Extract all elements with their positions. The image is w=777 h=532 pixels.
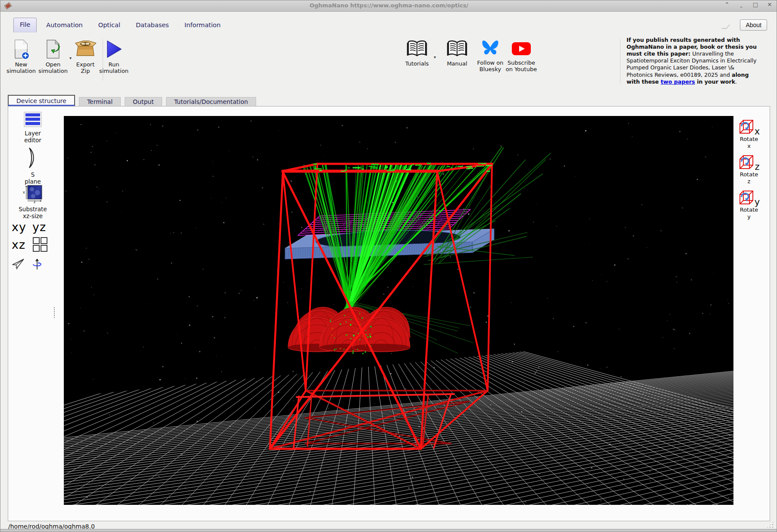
window-bottom-edge: [0, 529, 777, 532]
new-simulation-icon: [11, 39, 31, 60]
close-window-icon[interactable]: ✕: [766, 1, 773, 8]
rotate-y-cube-icon: [738, 189, 755, 206]
ray-trace-plane-icon[interactable]: [12, 258, 25, 269]
rotate-x-button[interactable]: x Rotatex: [736, 119, 762, 150]
view-axis-row-1: xy yz: [12, 220, 55, 234]
rotate-z-button[interactable]: z Rotatez: [736, 154, 762, 185]
maximize-window-icon[interactable]: □: [752, 1, 759, 8]
tutorials-button[interactable]: Tutorials: [400, 39, 434, 67]
view-tool-row: [12, 257, 59, 270]
shade-window-icon[interactable]: ⌃: [724, 1, 730, 8]
view-xz-button[interactable]: xz: [12, 238, 25, 251]
layer-editor-icon: [23, 112, 43, 127]
tab-device-structure[interactable]: Device structure: [8, 95, 75, 106]
open-simulation-icon: [43, 39, 63, 60]
layer-editor-button[interactable]: Layereditor: [16, 112, 49, 144]
substrate-xz-size-button[interactable]: x z Substratexz-size: [16, 184, 49, 219]
citation-papers-link[interactable]: two papers: [661, 78, 695, 85]
view-xy-button[interactable]: xy: [12, 220, 26, 234]
run-simulation-button[interactable]: Runsimulation: [97, 39, 131, 75]
rotate-z-cube-icon: [738, 154, 755, 170]
manual-icon: [446, 39, 468, 59]
3d-scene: [64, 116, 733, 505]
tab-terminal[interactable]: Terminal: [79, 97, 121, 106]
s-plane-button[interactable]: Splane: [16, 147, 49, 185]
window-title: OghmaNano https://www.oghma-nano.com/opt…: [0, 2, 777, 9]
menu-tab-databases[interactable]: Databases: [130, 19, 175, 32]
view-tab-bar: Device structure Terminal Output Tutoria…: [8, 95, 256, 106]
substrate-xz-size-icon: x z: [22, 184, 43, 203]
open-simulation-button[interactable]: Opensimulation: [36, 39, 70, 75]
s-plane-icon: [25, 147, 40, 169]
export-zip-icon: [75, 39, 96, 60]
tutorials-icon: [406, 39, 428, 59]
menu-tab-automation[interactable]: Automation: [40, 19, 88, 32]
title-bar[interactable]: OghmaNano https://www.oghma-nano.com/opt…: [0, 0, 777, 12]
svg-text:x: x: [23, 191, 25, 194]
four-pane-view-icon[interactable]: [32, 237, 48, 252]
tutorials-dropdown-icon[interactable]: ▾: [434, 55, 436, 59]
tab-output[interactable]: Output: [125, 97, 162, 106]
bluesky-icon: [480, 39, 501, 58]
view-yz-button[interactable]: yz: [32, 220, 46, 234]
run-simulation-icon: [104, 39, 124, 60]
manual-button[interactable]: Manual: [440, 39, 474, 67]
menu-tab-optical[interactable]: Optical: [92, 19, 126, 32]
rotate-axis-icon[interactable]: [32, 257, 42, 270]
view-axis-row-2: xz: [12, 237, 59, 252]
3d-viewport[interactable]: [64, 116, 733, 505]
citation-text: If you publish results generated with Og…: [627, 37, 758, 85]
youtube-icon: [511, 39, 532, 58]
new-simulation-button[interactable]: Newsimulation: [4, 39, 38, 75]
menu-tab-file[interactable]: File: [13, 18, 37, 32]
tab-tutorials-documentation[interactable]: Tutorials/Documentation: [166, 97, 256, 106]
svg-text:z: z: [34, 200, 35, 203]
rotate-y-button[interactable]: y Rotatey: [736, 189, 762, 221]
menu-tab-information[interactable]: Information: [179, 19, 227, 32]
subscribe-youtube-button[interactable]: Subscribeon Youtube: [504, 39, 538, 73]
rotate-x-cube-icon: [738, 119, 755, 135]
minimize-window-icon[interactable]: ˍ: [738, 1, 745, 8]
menu-bar: File Automation Optical Databases Inform…: [13, 18, 227, 32]
about-button[interactable]: About: [740, 19, 767, 31]
toolbar-overflow-icon: [721, 25, 730, 29]
oghmanano-window: { "window": { "title": "OghmaNano https:…: [0, 0, 777, 532]
follow-bluesky-button[interactable]: Follow onBluesky: [473, 39, 507, 73]
panel-splitter-handle[interactable]: [53, 307, 55, 319]
